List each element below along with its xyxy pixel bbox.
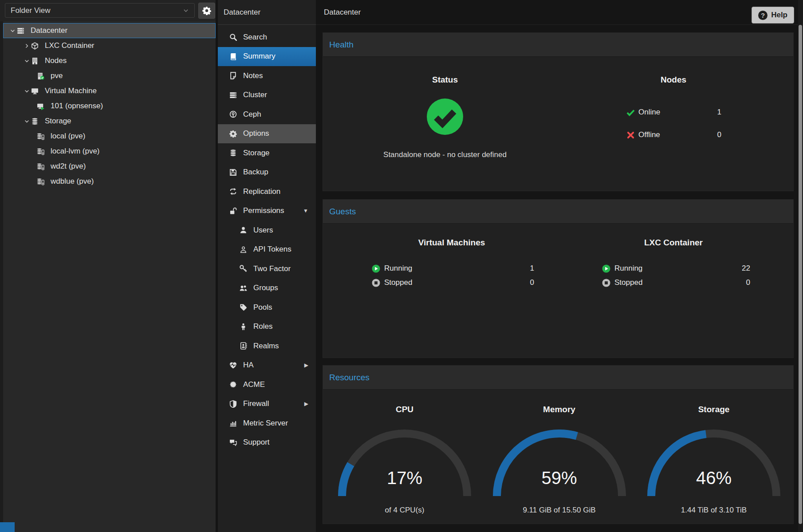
tree-item-wdblue-pve[interactable]: wdblue (pve) [3, 174, 216, 189]
node-status-value: 0 [717, 130, 721, 139]
tree-item-pve[interactable]: pve [3, 68, 216, 83]
chevron-down-icon [183, 8, 189, 14]
config-menu-panel: Datacenter SearchSummaryNotesClusterCeph… [218, 0, 316, 532]
gauge-cpu: CPU17%of 4 CPU(s) [327, 390, 482, 501]
seal-icon [228, 381, 238, 388]
tree-item-datacenter[interactable]: Datacenter [3, 23, 216, 38]
lxc-container-column: LXC ContainerRunning22Stopped0 [580, 224, 767, 288]
menu-item-cluster[interactable]: Cluster [218, 86, 316, 105]
app-root: Folder View DatacenterLXC ContainerNodes… [0, 0, 803, 532]
floppy-icon [228, 169, 238, 176]
database-drive-icon [37, 163, 44, 170]
tree-item-wd2t-pve[interactable]: wd2t (pve) [3, 159, 216, 174]
expander-down-icon[interactable]: ▼ [303, 208, 308, 214]
menu-item-storage[interactable]: Storage [218, 143, 316, 163]
menu-item-firewall[interactable]: Firewall▶ [218, 394, 316, 414]
caret-right-icon[interactable] [22, 43, 31, 49]
menu-item-groups[interactable]: Groups [218, 279, 316, 298]
menu-title: Datacenter [218, 0, 316, 25]
guest-row-value: 1 [530, 264, 534, 273]
menu-item-roles[interactable]: Roles [218, 317, 316, 337]
play-badge-icon [372, 264, 380, 273]
tree-item-virtual-machine[interactable]: Virtual Machine [3, 83, 216, 99]
menu-item-api-tokens[interactable]: API Tokens [218, 240, 316, 260]
guest-row-label: Running [384, 264, 412, 273]
guests-panel: Guests Virtual MachinesRunning1Stopped0 … [323, 199, 794, 358]
menu-item-label: HA [243, 361, 254, 370]
menu-item-label: ACME [243, 380, 265, 389]
guest-row-virtual-machines-stopped: Stopped0 [323, 277, 580, 288]
caret-down-icon[interactable] [22, 88, 31, 94]
tree-item-local-lvm-pve[interactable]: local-lvm (pve) [3, 144, 216, 159]
tree-item-nodes[interactable]: Nodes [3, 53, 216, 68]
tree-item-label: pve [51, 71, 63, 80]
scrollbar[interactable] [798, 0, 803, 532]
menu-item-notes[interactable]: Notes [218, 66, 316, 86]
expander-right-icon[interactable]: ▶ [304, 362, 308, 368]
book-icon [228, 53, 238, 60]
database-drive-icon [37, 148, 44, 155]
menu-item-label: Search [243, 33, 267, 42]
menu-item-summary[interactable]: Summary [218, 47, 316, 67]
bar-chart-icon [228, 419, 238, 427]
caret-down-icon[interactable] [22, 118, 31, 124]
resources-panel: Resources CPU17%of 4 CPU(s)Memory59%9.11… [323, 365, 794, 524]
stop-badge-icon [602, 279, 610, 287]
users-icon [238, 284, 248, 292]
gauge-title: CPU [327, 405, 482, 414]
menu-item-search[interactable]: Search [218, 28, 316, 47]
content-header-title: Datacenter [324, 0, 361, 25]
tree-item-label: Virtual Machine [45, 87, 97, 95]
menu-item-label: Groups [253, 284, 278, 292]
address-book-icon [238, 342, 248, 350]
menu-item-ceph[interactable]: Ceph [218, 105, 316, 124]
caret-down-icon[interactable] [22, 58, 31, 64]
menu-item-two-factor[interactable]: Two Factor [218, 259, 316, 279]
help-icon: ? [758, 11, 768, 20]
node-status-label: Offline [638, 130, 660, 139]
menu-item-label: Realms [253, 342, 279, 351]
menu-item-users[interactable]: Users [218, 221, 316, 240]
tree-item-storage[interactable]: Storage [3, 114, 216, 129]
menu-item-support[interactable]: Support [218, 433, 316, 453]
content-header: Datacenter ? Help [316, 0, 803, 25]
content-area: Datacenter ? Help Health Status Standalo… [316, 0, 803, 532]
tag-icon [238, 303, 248, 311]
heartbeat-icon [228, 362, 238, 369]
menu-item-label: Two Factor [253, 264, 291, 273]
menu-item-permissions[interactable]: Permissions▼ [218, 201, 316, 221]
tree-item-local-pve[interactable]: local (pve) [3, 129, 216, 144]
view-mode-select[interactable]: Folder View [5, 3, 195, 18]
replication-icon [228, 188, 238, 195]
user-outline-icon [238, 246, 248, 253]
menu-item-label: Replication [243, 187, 280, 196]
menu-item-realms[interactable]: Realms [218, 336, 316, 356]
monitor-play-icon [37, 102, 44, 110]
cross-icon [626, 131, 635, 139]
scrollbar-thumb[interactable] [799, 25, 802, 524]
health-panel-header: Health [323, 33, 793, 57]
caret-down-icon[interactable] [8, 28, 17, 34]
expander-right-icon[interactable]: ▶ [304, 401, 308, 407]
menu-item-backup[interactable]: Backup [218, 163, 316, 182]
user-icon [238, 226, 248, 234]
menu-item-ha[interactable]: HA▶ [218, 356, 316, 375]
menu-item-label: Metric Server [243, 419, 288, 428]
ceph-icon [228, 110, 238, 118]
menu-item-pools[interactable]: Pools [218, 298, 316, 317]
menu-item-acme[interactable]: ACME [218, 375, 316, 394]
tree-item-101-opnsense[interactable]: 101 (opnsense) [3, 99, 216, 114]
menu-item-replication[interactable]: Replication [218, 182, 316, 201]
comments-icon [228, 439, 238, 446]
menu-item-options[interactable]: Options [218, 124, 316, 144]
guest-row-virtual-machines-running: Running1 [323, 263, 580, 274]
tree-item-label: wdblue (pve) [51, 177, 94, 186]
help-button[interactable]: ? Help [752, 7, 794, 24]
check-icon [626, 108, 635, 117]
tree-item-label: local (pve) [51, 132, 85, 141]
tree-settings-button[interactable] [198, 3, 215, 19]
menu-item-label: Roles [253, 322, 272, 331]
menu-item-metric-server[interactable]: Metric Server [218, 414, 316, 433]
gauge-memory: Memory59%9.11 GiB of 15.50 GiB [482, 390, 637, 501]
tree-item-lxc-container[interactable]: LXC Container [3, 38, 216, 53]
